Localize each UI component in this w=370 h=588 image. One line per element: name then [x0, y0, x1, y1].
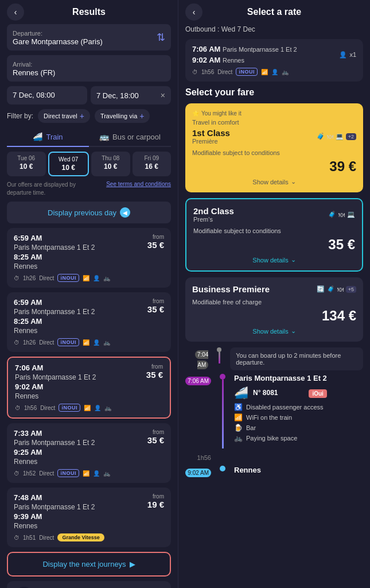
timeline-dot-col	[214, 347, 224, 363]
inoui-badge-0: iNOUI	[57, 274, 79, 282]
arr-station-1: Rennes	[14, 327, 95, 335]
train-tab-icon: 🚄	[33, 132, 42, 141]
dep-time-3: 7:33 AM	[14, 429, 95, 438]
notice-dot	[217, 347, 221, 352]
train-card-1[interactable]: 6:59 AM Paris Montparnasse 1 Et 2 8:25 A…	[7, 292, 171, 352]
fare-conditions-business: Modifiable free of charge	[192, 299, 356, 305]
next-journeys-button[interactable]: Display the next journeys ▶	[7, 552, 171, 577]
right-header: ‹ Select a rate	[185, 7, 363, 17]
date-tue06-name: Tue 06	[9, 155, 44, 161]
clear-date-button[interactable]: ×	[161, 91, 165, 100]
date-fri09-price: 16 €	[135, 163, 169, 171]
duration-row: 1h56	[185, 452, 363, 462]
amenity-disabled: ♿ Disabled passenger access	[234, 403, 327, 411]
train-card-1-meta: ⏱ 1h26 Direct iNOUI 📶 👤 🚲	[14, 338, 164, 346]
travelling-via-filter[interactable]: Travelling via +	[95, 109, 150, 123]
train-card-1-row: 6:59 AM Paris Montparnasse 1 Et 2 8:25 A…	[14, 298, 164, 335]
fare-price-row-first: 39 €	[192, 158, 356, 175]
train-card-1-times: 6:59 AM Paris Montparnasse 1 Et 2 8:25 A…	[14, 298, 95, 335]
person-icon-3: 👤	[93, 470, 100, 477]
show-details-first[interactable]: Show details ⌄	[192, 178, 356, 185]
swap-button[interactable]: ⇅	[157, 31, 165, 44]
fare-class-info-second: 2nd Class Prem's	[193, 206, 234, 223]
left-back-button[interactable]: ‹	[7, 3, 24, 21]
laptop-icon-second: 💻	[347, 211, 355, 218]
train-card-3[interactable]: 7:33 AM Paris Montparnasse 1 Et 2 9:25 A…	[7, 423, 171, 483]
arr-time-0: 8:25 AM	[14, 253, 95, 261]
fare-icons-first: 🧳 🍽 💻 +2	[317, 133, 356, 140]
prev-day-icon: ◀	[120, 207, 130, 218]
amenity-bar: 🍺 Bar	[234, 424, 327, 432]
date-wed07[interactable]: Wed 07 10 €	[48, 152, 89, 176]
fare-price-first: 39 €	[329, 158, 356, 175]
add-via-icon[interactable]: +	[139, 111, 144, 121]
bike-amenity-icon: 🚲	[234, 434, 243, 442]
train-icon-big: 🚄	[234, 386, 248, 400]
train-card-3-row: 7:33 AM Paris Montparnasse 1 Et 2 9:25 A…	[14, 429, 164, 466]
bus-tab-label: Bus or carpool	[112, 133, 161, 141]
arr-time-3: 9:25 AM	[14, 448, 95, 457]
departure-date-field[interactable]: 7 Dec, 08:00	[7, 86, 87, 105]
wifi-icon-2: 📶	[84, 405, 91, 411]
display-previous-day-button[interactable]: Display previous day ◀	[7, 202, 171, 223]
train-card-4-times: 7:48 AM Paris Montparnasse 1 Et 2 9:39 A…	[14, 493, 95, 530]
arrival-field[interactable]: Arrival: Rennes (FR)	[7, 55, 171, 82]
dep-station-4: Paris Montparnasse 1 Et 2	[14, 503, 95, 511]
tab-bus[interactable]: 🚌 Bus or carpool	[89, 127, 171, 146]
terms-link[interactable]: See terms and conditions	[106, 181, 171, 187]
train-card-0[interactable]: 6:59 AM Paris Montparnasse 1 Et 2 8:25 A…	[7, 228, 171, 288]
route-arr: 9:02 AM Rennes	[192, 56, 297, 64]
meal-icon-second: 🍽	[338, 211, 345, 218]
date-thu08[interactable]: Thu 08 10 €	[91, 152, 130, 176]
laptop-icon-first: 💻	[336, 133, 344, 140]
tab-train[interactable]: 🚄 Train	[7, 127, 89, 147]
person-icon-route: 👤	[271, 69, 278, 75]
train-tab-label: Train	[46, 133, 63, 141]
date-thu08-name: Thu 08	[94, 155, 128, 161]
direct-travel-filter[interactable]: Direct travel +	[38, 109, 90, 123]
right-back-button[interactable]: ‹	[185, 3, 202, 21]
date-wed07-name: Wed 07	[52, 156, 86, 163]
star-icon: ⭐	[192, 110, 199, 117]
fare-card-second[interactable]: 2nd Class Prem's 🧳 🍽 💻 Modifiable subjec…	[185, 198, 363, 272]
fare-class-name-business: Business Premiere	[192, 284, 270, 294]
departure-field[interactable]: Departure: Gare Montparnasse (Paris) ⇅	[7, 24, 171, 51]
luggage-icon-second: 🧳	[328, 211, 336, 218]
fare-price-row-second: 35 €	[193, 237, 355, 253]
date-tue06[interactable]: Tue 06 10 €	[7, 152, 46, 176]
route-time-row: 7:06 AM Paris Montparnasse 1 Et 2 9:02 A…	[192, 45, 356, 64]
wifi-amenity-icon: 📶	[234, 413, 243, 421]
fare-class-header-first: 1st Class Première 🧳 🍽 💻 +2	[192, 128, 356, 145]
disabled-icon: ♿	[234, 403, 243, 411]
show-details-second[interactable]: Show details ⌄	[193, 256, 355, 264]
route-times-col: 7:06 AM Paris Montparnasse 1 Et 2 9:02 A…	[192, 45, 297, 64]
return-date-field[interactable]: 7 Dec, 18:00 ×	[91, 86, 171, 105]
show-details-business[interactable]: Show details ⌄	[192, 327, 356, 335]
fare-conditions-second: Modifiable subject to conditions	[193, 227, 355, 234]
fare-card-first[interactable]: ⭐ You might like it Travel in comfort 1s…	[185, 103, 363, 192]
timeline-arr-row: 9:02 AM Rennes	[185, 466, 363, 477]
date-fri09[interactable]: Fri 09 16 €	[133, 152, 172, 176]
train-card-2-row: 7:06 AM Paris Montparnasse 1 Et 2 9:02 A…	[15, 363, 163, 400]
train-card-4[interactable]: 7:48 AM Paris Montparnasse 1 Et 2 9:39 A…	[7, 488, 171, 547]
bar-icon: 🍺	[234, 424, 243, 432]
train-card-2[interactable]: 7:06 AM Paris Montparnasse 1 Et 2 9:02 A…	[7, 357, 171, 419]
arr-station-3: Rennes	[14, 458, 95, 466]
timeline-section: 7:04 AM You can board up to 2 minutes be…	[185, 347, 363, 477]
person-icon-1: 👤	[93, 339, 100, 346]
arrival-label: Arrival:	[13, 61, 32, 68]
date-row: 7 Dec, 08:00 7 Dec, 18:00 ×	[7, 86, 171, 105]
fare-card-business[interactable]: Business Premiere 🔄 🧳 🍽 +5 Modifiable fr…	[185, 277, 363, 342]
fare-class-header-second: 2nd Class Prem's 🧳 🍽 💻	[193, 206, 355, 223]
fare-tag-first: ⭐ You might like it	[192, 110, 356, 117]
add-direct-icon[interactable]: +	[80, 111, 84, 121]
amenities-list: ♿ Disabled passenger access 📶 WiFi on th…	[234, 403, 327, 442]
dep-station-0: Paris Montparnasse 1 Et 2	[14, 243, 95, 252]
wifi-text: WiFi on the train	[246, 414, 292, 421]
arr-time-4: 9:39 AM	[14, 512, 95, 521]
fare-class-info-business: Business Premiere	[192, 284, 270, 294]
train-card-3-times: 7:33 AM Paris Montparnasse 1 Et 2 9:25 A…	[14, 429, 95, 466]
train-card-4-price: from 19 €	[147, 493, 164, 509]
chevron-down-icon-business: ⌄	[291, 327, 296, 335]
route-meta: ⏱ 1h56 Direct iNOUI 📶 👤 🚲	[192, 68, 356, 76]
